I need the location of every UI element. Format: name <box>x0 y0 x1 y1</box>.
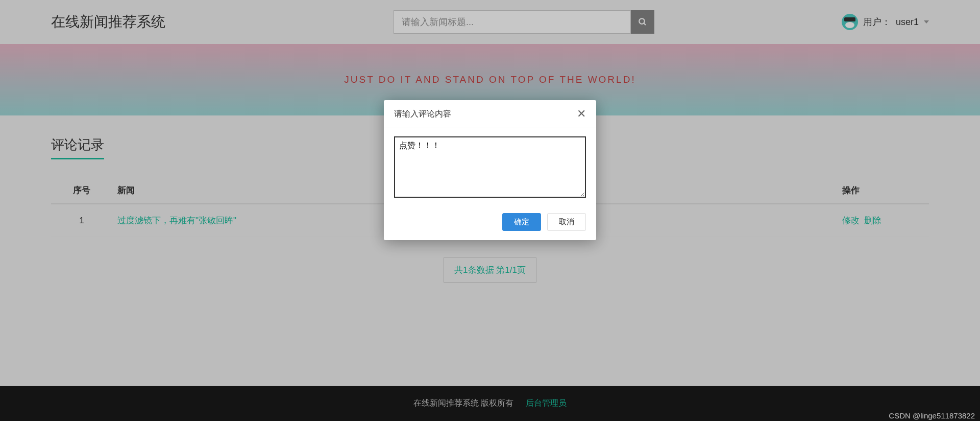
watermark: CSDN @linge511873822 <box>889 411 975 420</box>
modal-footer: 确定 取消 <box>384 208 596 240</box>
modal-header: 请输入评论内容 ✕ <box>384 100 596 128</box>
comment-textarea[interactable] <box>394 136 586 198</box>
close-icon: ✕ <box>577 107 586 120</box>
cancel-button[interactable]: 取消 <box>547 213 586 231</box>
close-button[interactable]: ✕ <box>577 108 586 120</box>
modal-title: 请输入评论内容 <box>394 109 451 120</box>
confirm-button[interactable]: 确定 <box>502 213 541 231</box>
comment-modal: 请输入评论内容 ✕ 确定 取消 <box>384 100 596 240</box>
modal-body <box>384 128 596 208</box>
